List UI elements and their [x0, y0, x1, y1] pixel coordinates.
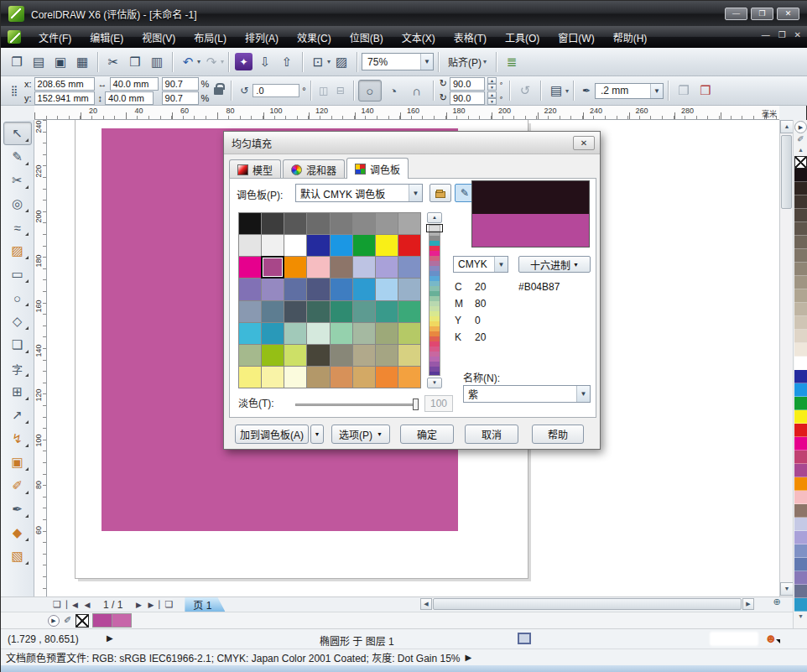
grid-swatch[interactable]: [376, 235, 398, 256]
doc-minimize-icon[interactable]: —: [762, 30, 770, 39]
end-angle-up-icon[interactable]: ▲: [487, 91, 497, 98]
vertical-scrollbar[interactable]: ▲ ▼: [779, 120, 793, 596]
export-icon[interactable]: ⇧: [277, 52, 297, 72]
open-icon[interactable]: ▤: [29, 52, 49, 72]
palette-swatch[interactable]: [794, 370, 807, 383]
table-tool-icon[interactable]: ⊞: [3, 380, 32, 404]
zoom-level-combo[interactable]: 75% ▼: [362, 53, 434, 70]
mirror-vertical-icon[interactable]: ⊟: [333, 81, 348, 101]
grid-swatch[interactable]: [239, 301, 261, 322]
grid-swatch[interactable]: [376, 279, 398, 300]
save-icon[interactable]: ▣: [50, 52, 70, 72]
grid-swatch[interactable]: [376, 323, 398, 344]
docpal-no-color-swatch[interactable]: [75, 614, 89, 628]
basic-shapes-tool-icon[interactable]: ❏: [3, 333, 32, 357]
grid-swatch[interactable]: [262, 257, 284, 278]
palette-swatch[interactable]: [794, 544, 807, 558]
fill-tool-icon[interactable]: ◆: [3, 521, 32, 544]
x-position-field[interactable]: 208.65 mm: [34, 77, 95, 91]
palette-eyedropper-icon[interactable]: ✐: [794, 134, 807, 145]
polygon-tool-icon[interactable]: ◇: [3, 310, 32, 333]
grid-swatch[interactable]: [398, 213, 420, 234]
grid-swatch[interactable]: [353, 257, 375, 278]
doc-close-icon[interactable]: ✕: [794, 30, 801, 39]
grid-swatch[interactable]: [353, 235, 375, 256]
crop-tool-icon[interactable]: ✂: [3, 169, 32, 192]
palette-scroll-up-icon[interactable]: ▲: [794, 145, 807, 156]
palette-swatch[interactable]: [794, 558, 807, 571]
dimension-tool-icon[interactable]: ↗: [3, 404, 32, 427]
palette-swatch[interactable]: [794, 222, 807, 236]
grid-swatch[interactable]: [331, 235, 352, 256]
options-button[interactable]: 选项(P) ▼: [331, 425, 390, 444]
cut-icon[interactable]: ✂: [103, 52, 123, 72]
color-proof-icon[interactable]: [518, 633, 531, 644]
outline-pen-tool-icon[interactable]: ✒: [3, 497, 32, 521]
next-page-icon[interactable]: ▶: [131, 601, 146, 609]
ellipse-tool-icon[interactable]: ○: [3, 286, 32, 310]
grid-swatch[interactable]: [262, 301, 284, 322]
horizontal-ruler[interactable]: 毫米 2040608010012014016018020022024026028…: [34, 106, 779, 120]
menu-item-8[interactable]: 表格(T): [445, 27, 496, 48]
open-palette-button[interactable]: [430, 184, 451, 202]
grid-swatch[interactable]: [262, 213, 284, 234]
scroll-up-icon[interactable]: ▲: [780, 120, 794, 133]
palette-swatch[interactable]: [794, 571, 807, 585]
grid-swatch[interactable]: [376, 257, 398, 278]
palette-swatch[interactable]: [794, 477, 807, 491]
scale-x-field[interactable]: 90.7: [162, 77, 199, 91]
grid-swatch[interactable]: [307, 323, 329, 344]
coords-flyout-icon[interactable]: ▶: [107, 633, 113, 643]
grid-swatch[interactable]: [331, 257, 352, 278]
color-model-dropdown[interactable]: CMYK ▼: [453, 256, 508, 273]
grid-swatch[interactable]: [398, 323, 420, 344]
grid-swatch[interactable]: [262, 345, 284, 366]
zoom-tool-icon[interactable]: ◎: [3, 192, 32, 216]
grid-swatch[interactable]: [262, 235, 284, 256]
import-icon[interactable]: ⇩: [255, 52, 275, 72]
shape-tool-icon[interactable]: ✎: [3, 145, 32, 169]
grid-swatch[interactable]: [307, 257, 329, 278]
palette-swatch[interactable]: [794, 182, 807, 195]
palette-swatch[interactable]: [794, 437, 807, 451]
strip-thumb[interactable]: [426, 224, 443, 232]
menu-item-1[interactable]: 编辑(E): [81, 27, 133, 48]
object-height-field[interactable]: 40.0 mm: [105, 91, 154, 105]
first-page-icon[interactable]: ▏◀: [65, 601, 80, 609]
docpal-eyedropper-icon[interactable]: ✐: [64, 615, 71, 626]
grid-swatch[interactable]: [239, 235, 261, 256]
grid-swatch[interactable]: [398, 367, 420, 388]
hex-button[interactable]: 十六进制 ▼: [518, 256, 591, 273]
menu-item-11[interactable]: 帮助(H): [604, 27, 657, 48]
grid-swatch[interactable]: [398, 257, 420, 278]
palette-swatch[interactable]: [794, 518, 807, 531]
grid-swatch[interactable]: [331, 301, 352, 322]
palette-swatch[interactable]: [794, 504, 807, 518]
menu-item-6[interactable]: 位图(B): [341, 27, 393, 48]
grid-swatch[interactable]: [284, 345, 306, 366]
menu-item-3[interactable]: 布局(L): [185, 27, 236, 48]
grid-swatch[interactable]: [307, 345, 329, 366]
palette-swatch[interactable]: [794, 464, 807, 477]
grid-swatch[interactable]: [353, 213, 375, 234]
grid-swatch[interactable]: [284, 279, 306, 300]
grid-swatch[interactable]: [398, 345, 420, 366]
pie-mode-button[interactable]: ◔: [382, 80, 405, 102]
fullscreen-dropdown-icon[interactable]: ▾: [327, 58, 331, 65]
add-to-palette-button[interactable]: 加到调色板(A): [235, 425, 309, 444]
tint-slider-track[interactable]: [295, 404, 414, 406]
menu-item-7[interactable]: 文本(X): [393, 27, 445, 48]
freehand-tool-icon[interactable]: ≈: [3, 216, 32, 239]
palette-swatch[interactable]: [794, 249, 807, 263]
palette-swatch[interactable]: [794, 236, 807, 249]
help-button[interactable]: 帮助: [532, 425, 584, 444]
palette-swatch[interactable]: [794, 303, 807, 316]
menu-item-5[interactable]: 效果(C): [288, 27, 341, 48]
grid-swatch[interactable]: [398, 279, 420, 300]
grid-swatch[interactable]: [262, 367, 284, 388]
grid-swatch[interactable]: [284, 301, 306, 322]
docpal-flyout-icon[interactable]: ▶: [48, 615, 60, 627]
palette-swatch[interactable]: [794, 316, 807, 330]
dialog-close-button[interactable]: ✕: [573, 136, 595, 150]
doc-palette-swatch[interactable]: [112, 613, 132, 628]
